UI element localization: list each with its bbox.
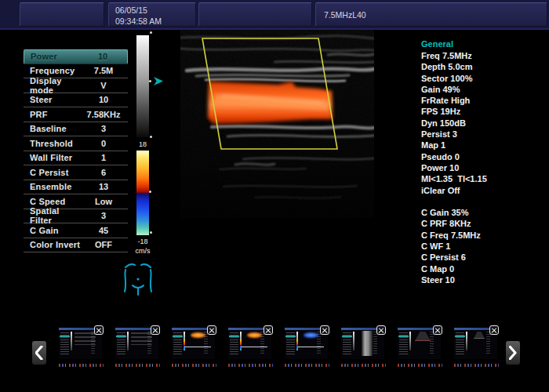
thumbnail-caption — [285, 364, 329, 367]
thumbnails-prev-button[interactable] — [32, 341, 46, 365]
chevron-left-icon — [35, 346, 43, 360]
thumb-highlight-row — [342, 336, 352, 337]
thumbnail-close-icon[interactable] — [320, 325, 329, 335]
velocity-unit-label: cm/s — [132, 247, 154, 255]
info-line: FrRate High — [421, 96, 547, 107]
thumbnail-close-icon[interactable] — [489, 325, 499, 335]
abdomen-bodymark-icon — [118, 260, 158, 299]
thumbnail-close-icon[interactable] — [264, 325, 273, 335]
info-line: MI<1.35 TI<1.15 — [421, 174, 547, 185]
thumbnail-strip — [59, 328, 497, 367]
thumbnail-close-icon[interactable] — [433, 325, 442, 335]
parameter-row[interactable]: Display mode V — [24, 78, 128, 93]
datetime-box: 06/05/15 09:34:58 AM — [108, 2, 196, 27]
thumb-right-text — [430, 332, 434, 355]
thumb-grayscale-bar — [353, 332, 354, 350]
thumbnail-close-icon[interactable] — [376, 325, 386, 335]
parameter-row[interactable]: PRF 7.58KHz — [24, 107, 128, 122]
info-line: C WF 1 — [421, 241, 547, 252]
parameter-row[interactable]: C Persist 6 — [24, 165, 128, 180]
ultrasound-screen: 06/05/15 09:34:58 AM 7.5MHzL40 Power 10 … — [0, 0, 549, 392]
thumbnails-next-button[interactable] — [506, 341, 520, 365]
thumbnail-item — [172, 328, 215, 367]
thumbnail-image[interactable] — [115, 328, 158, 359]
thumbnail-caption — [398, 364, 442, 367]
thumbnail-image[interactable] — [454, 328, 497, 359]
info-panel-lines: Freq 7.5MHz Depth 5.0cm Sector 100% Gain… — [421, 51, 547, 286]
thumb-highlight-row — [398, 336, 409, 337]
parameter-label: PRF — [30, 110, 81, 119]
image-info-panel: General Freq 7.5MHz Depth 5.0cm Sector 1… — [421, 39, 547, 286]
thumb-right-text — [260, 332, 264, 355]
thumbnail-image[interactable] — [341, 328, 384, 359]
parameter-label: Ensemble — [30, 182, 81, 191]
info-line: Gain 49% — [421, 85, 547, 96]
parameter-label: C Persist — [30, 168, 81, 177]
parameter-value: 10 — [80, 52, 125, 61]
info-line: C Gain 35% — [421, 208, 547, 219]
scale-tick-dot — [150, 31, 152, 34]
info-line: C PRF 8KHz — [421, 219, 547, 230]
info-line: Pseudo 0 — [421, 152, 547, 163]
parameter-row[interactable]: Spatial Filter 3 — [24, 209, 128, 224]
parameter-label: Wall Filter — [30, 153, 81, 162]
time-label: 09:34:58 AM — [115, 16, 195, 27]
chevron-right-icon — [509, 346, 517, 360]
date-label: 06/05/15 — [115, 5, 195, 16]
info-panel-title: General — [421, 39, 547, 51]
thumb-right-text — [373, 332, 377, 355]
parameter-label: Color Invert — [30, 240, 81, 249]
parameter-row[interactable]: Baseline 3 — [24, 122, 128, 137]
thumb-highlight-row — [60, 336, 70, 337]
thumb-grayscale-bar — [409, 332, 411, 350]
thumbnail-image[interactable] — [228, 328, 271, 359]
thumbnail-caption — [454, 364, 499, 367]
thumb-grayscale-bar — [466, 332, 467, 350]
parameter-value: 6 — [81, 168, 126, 177]
info-line: C Freq 7.5MHz — [421, 230, 547, 241]
hospital-info-box — [198, 2, 312, 27]
parameter-row[interactable]: Power 10 — [24, 49, 128, 64]
thumb-highlight-row — [455, 336, 465, 337]
thumb-grayscale-bar — [71, 332, 72, 350]
parameter-row[interactable]: Threshold 0 — [24, 136, 128, 151]
parameter-row[interactable]: Ensemble 13 — [24, 180, 128, 195]
thumbnail-item — [228, 328, 271, 367]
thumbnail-image[interactable] — [172, 328, 215, 359]
thumbnail-item — [454, 328, 497, 367]
thumbnail-caption — [341, 364, 386, 367]
scale-tick-dot — [149, 191, 151, 193]
parameter-value: 7.5M — [81, 66, 126, 75]
thumbnail-image[interactable] — [398, 328, 441, 359]
thumbnail-close-icon[interactable] — [207, 325, 216, 335]
thumb-right-text — [204, 332, 208, 355]
thumbnail-caption — [228, 364, 273, 367]
scale-tick-dot — [150, 136, 152, 138]
parameter-row[interactable]: Steer 10 — [24, 93, 128, 108]
info-line: C Persist 6 — [421, 252, 547, 263]
info-line: Power 10 — [421, 163, 547, 174]
thumb-highlight-row — [116, 336, 126, 337]
thumb-color-bar — [184, 339, 185, 350]
thumbnail-item — [285, 328, 328, 367]
top-status-bar: 06/05/15 09:34:58 AM 7.5MHzL40 — [0, 0, 549, 30]
parameter-value: OFF — [81, 240, 126, 249]
parameter-value: 0 — [81, 139, 126, 148]
thumbnail-item — [59, 328, 102, 367]
parameter-label: Threshold — [30, 139, 81, 148]
thumbnail-image[interactable] — [285, 328, 328, 359]
parameter-row[interactable]: Wall Filter 1 — [24, 151, 128, 166]
thumbnail-close-icon[interactable] — [94, 325, 104, 335]
parameter-row[interactable]: C Gain 45 — [24, 223, 128, 238]
gain-marker-arrow-icon — [154, 77, 163, 85]
info-line: iClear Off — [421, 186, 547, 197]
parameter-row[interactable]: Color Invert OFF — [24, 238, 128, 253]
thumbnail-close-icon[interactable] — [151, 325, 160, 335]
thumb-color-bar — [296, 339, 298, 350]
thumbnail-image[interactable] — [59, 328, 102, 359]
ultrasound-image[interactable] — [180, 30, 374, 265]
thumbnail-item — [341, 328, 384, 367]
thumb-highlight-row — [285, 336, 296, 337]
velocity-max-label: 18 — [136, 140, 149, 148]
patient-info-box — [20, 2, 104, 27]
